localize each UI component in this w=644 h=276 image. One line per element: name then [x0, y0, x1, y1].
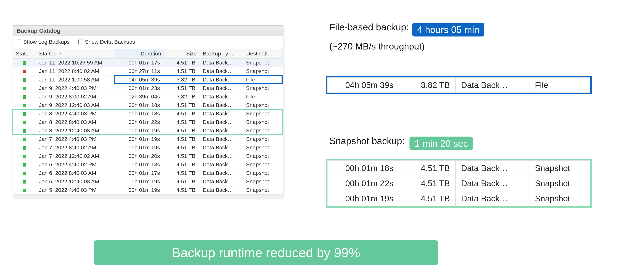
table-row[interactable]: Jan 9, 2022 4:40:03 PM00h 01m 23s4.51 TB…	[13, 84, 283, 93]
horizontal-scrollbar[interactable]	[13, 194, 283, 198]
col-status[interactable]: Stat…	[13, 49, 36, 58]
type-cell: Data Back…	[200, 118, 243, 127]
table-row: 00h 01m 19s4.51 TBData Back…Snapshot	[327, 191, 590, 206]
status-ok-icon	[23, 163, 26, 166]
type-cell: Data Back…	[200, 93, 243, 101]
table-row: 00h 01m 18s4.51 TBData Back…Snapshot	[327, 160, 590, 176]
duration-cell: 04h 05m 39s	[327, 78, 399, 93]
duration-cell: 00h 01m 18s	[115, 110, 164, 118]
size-cell: 4.51 TB	[164, 101, 200, 110]
col-size[interactable]: Size	[164, 49, 200, 58]
table-row[interactable]: Jan 11, 2022 1:00:58 AM04h 05m 39s3.82 T…	[13, 76, 283, 84]
table-row: 00h 01m 22s4.51 TBData Back…Snapshot	[327, 176, 590, 191]
file-backup-throughput: (~270 MB/s throughput)	[329, 41, 484, 52]
checkbox-box-icon	[78, 40, 83, 44]
destination-cell: Snapshot	[243, 110, 283, 118]
table-row[interactable]: Jan 7, 2022 12:40:02 AM00h 01m 20s4.51 T…	[13, 152, 283, 160]
filter-bar: Show Log Backups Show Delta Backups	[13, 36, 283, 49]
destination-cell: Snapshot	[243, 160, 283, 169]
table-row[interactable]: Jan 8, 2022 12:40:03 AM00h 01m 19s4.51 T…	[13, 127, 283, 135]
status-ok-icon	[23, 138, 26, 141]
status-cell	[13, 143, 36, 152]
started-cell: Jan 7, 2022 12:40:02 AM	[36, 152, 115, 160]
table-row[interactable]: Jan 6, 2022 8:40:03 AM00h 01m 17s4.51 TB…	[13, 169, 283, 177]
duration-cell: 00h 01m 18s	[115, 160, 164, 169]
type-cell: Data Back…	[456, 160, 529, 176]
show-delta-backups-label: Show Delta Backups	[85, 39, 135, 45]
status-cell	[13, 93, 36, 101]
started-cell: Jan 8, 2022 12:40:03 AM	[36, 127, 115, 135]
status-cell	[13, 118, 36, 127]
duration-cell: 00h 01m 19s	[115, 135, 164, 143]
size-cell: 4.51 TB	[164, 67, 200, 76]
duration-cell: 00h 01m 18s	[115, 101, 164, 110]
grid-wrapper: Stat… Started ⌄ Duration Size Backup Ty……	[13, 49, 283, 194]
duration-cell: 00h 01m 22s	[327, 176, 399, 191]
started-cell: Jan 7, 2022 8:40:02 AM	[36, 143, 115, 152]
type-cell: Data Back…	[456, 78, 529, 93]
started-cell: Jan 8, 2022 4:40:03 PM	[36, 110, 115, 118]
file-backup-zoom-table: 04h 05m 39s3.82 TBData Back…File	[327, 77, 590, 93]
status-cell	[13, 58, 36, 67]
table-row[interactable]: Jan 9, 2022 8:00:02 AM02h 39m 04s3.82 TB…	[13, 93, 283, 101]
size-cell: 4.51 TB	[164, 127, 200, 135]
status-ok-icon	[23, 87, 26, 90]
size-cell: 4.51 TB	[164, 143, 200, 152]
table-row[interactable]: Jan 7, 2022 4:40:03 PM00h 01m 19s4.51 TB…	[13, 135, 283, 143]
type-cell: Data Back…	[200, 101, 243, 110]
size-cell: 4.51 TB	[164, 118, 200, 127]
duration-cell: 00h 01m 23s	[115, 84, 164, 93]
col-started[interactable]: Started ⌄	[36, 49, 115, 58]
destination-cell: Snapshot	[529, 191, 590, 206]
table-row[interactable]: Jan 5, 2022 4:40:03 PM00h 01m 19s4.51 TB…	[13, 186, 283, 194]
show-log-backups-label: Show Log Backups	[23, 39, 70, 45]
status-error-icon	[23, 70, 26, 73]
size-cell: 3.82 TB	[164, 76, 200, 84]
col-destination[interactable]: Destinati…	[243, 49, 283, 58]
show-delta-backups-checkbox[interactable]: Show Delta Backups	[78, 39, 135, 45]
snapshot-backup-badge: 1 min 20 sec	[410, 137, 473, 150]
duration-cell: 00h 01m 18s	[327, 160, 399, 176]
size-cell: 4.51 TB	[164, 135, 200, 143]
col-backup-type[interactable]: Backup Ty…	[200, 49, 243, 58]
show-log-backups-checkbox[interactable]: Show Log Backups	[17, 39, 70, 45]
table-row[interactable]: Jan 8, 2022 4:40:03 PM00h 01m 18s4.51 TB…	[13, 110, 283, 118]
status-cell	[13, 186, 36, 194]
size-cell: 4.51 TB	[164, 169, 200, 177]
table-row[interactable]: Jan 11, 2022 10:26:59 AM00h 01m 17s4.51 …	[13, 58, 283, 67]
type-cell: Data Back…	[200, 84, 243, 93]
status-cell	[13, 101, 36, 110]
started-cell: Jan 11, 2022 1:00:58 AM	[36, 76, 115, 84]
table-row[interactable]: Jan 6, 2022 12:40:03 AM00h 01m 19s4.51 T…	[13, 177, 283, 186]
size-cell: 3.82 TB	[164, 93, 200, 101]
destination-cell: Snapshot	[243, 118, 283, 127]
started-cell: Jan 11, 2022 8:40:02 AM	[36, 67, 115, 76]
status-ok-icon	[23, 95, 26, 99]
table-row[interactable]: Jan 9, 2022 12:40:03 AM00h 01m 18s4.51 T…	[13, 101, 283, 110]
size-cell: 4.51 TB	[399, 191, 456, 206]
size-cell: 4.51 TB	[164, 152, 200, 160]
snapshot-backup-annotation: Snapshot backup: 1 min 20 sec	[329, 136, 473, 150]
backup-catalog-title: Backup Catalog	[13, 26, 283, 36]
duration-cell: 00h 01m 17s	[115, 169, 164, 177]
size-cell: 3.82 TB	[399, 78, 456, 93]
snapshot-backup-zoom-table: 00h 01m 18s4.51 TBData Back…Snapshot00h …	[327, 160, 590, 206]
table-header-row: Stat… Started ⌄ Duration Size Backup Ty……	[13, 49, 283, 58]
size-cell: 4.51 TB	[164, 58, 200, 67]
status-cell	[13, 84, 36, 93]
destination-cell: Snapshot	[243, 58, 283, 67]
table-row[interactable]: Jan 6, 2022 4:40:02 PM00h 01m 18s4.51 TB…	[13, 160, 283, 169]
table-row[interactable]: Jan 8, 2022 8:40:03 AM00h 01m 22s4.51 TB…	[13, 118, 283, 127]
started-cell: Jan 7, 2022 4:40:03 PM	[36, 135, 115, 143]
status-cell	[13, 152, 36, 160]
table-row[interactable]: Jan 11, 2022 8:40:02 AM00h 27m 11s4.51 T…	[13, 67, 283, 76]
table-row[interactable]: Jan 7, 2022 8:40:02 AM00h 01m 19s4.51 TB…	[13, 143, 283, 152]
type-cell: Data Back…	[200, 160, 243, 169]
col-duration[interactable]: Duration	[115, 49, 164, 58]
duration-cell: 00h 01m 17s	[115, 58, 164, 67]
summary-banner: Backup runtime reduced by 99%	[94, 240, 438, 265]
type-cell: Data Back…	[200, 152, 243, 160]
status-cell	[13, 110, 36, 118]
backup-catalog-table[interactable]: Stat… Started ⌄ Duration Size Backup Ty……	[13, 49, 283, 194]
duration-cell: 00h 01m 19s	[115, 177, 164, 186]
